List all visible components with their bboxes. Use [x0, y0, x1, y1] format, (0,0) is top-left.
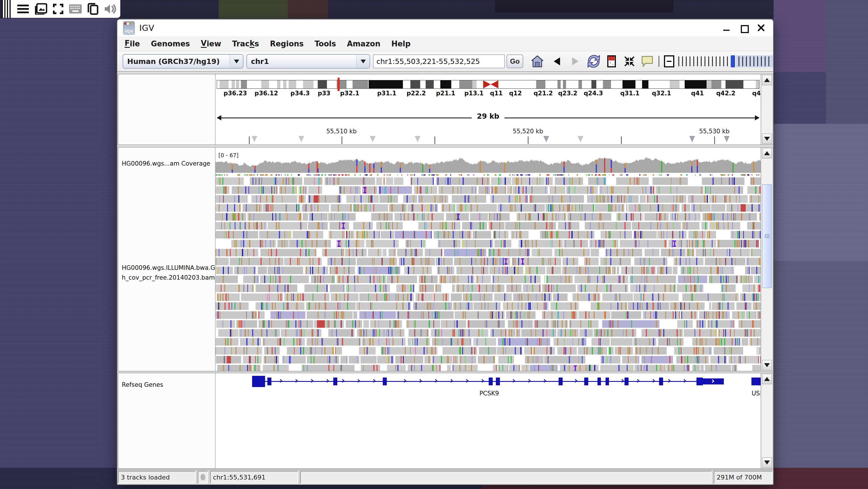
zoom-tick[interactable]	[686, 56, 687, 66]
go-button[interactable]: Go	[506, 54, 523, 68]
gene-exon[interactable]	[496, 378, 500, 385]
menu-icon[interactable]	[17, 3, 29, 15]
zoom-tick[interactable]	[705, 56, 705, 66]
menu-tools[interactable]: Tools	[309, 36, 341, 51]
fullscreen-icon[interactable]	[53, 3, 63, 15]
zoom-tick[interactable]	[697, 56, 698, 66]
menu-regions[interactable]: Regions	[265, 36, 309, 51]
chromosome-ideogram[interactable]	[217, 80, 760, 89]
zoom-slider-thumb[interactable]	[731, 55, 735, 67]
zoom-tick[interactable]	[746, 56, 747, 66]
menu-help[interactable]: Help	[386, 36, 416, 51]
alignment-track-name-line2[interactable]: h_cov_pcr_free.20140203.bam	[122, 274, 215, 281]
home-button[interactable]	[531, 54, 544, 68]
gene-exon[interactable]	[333, 378, 337, 385]
clipboard-copy-icon[interactable]	[88, 3, 98, 15]
zoom-tick[interactable]	[678, 56, 679, 66]
zoom-tick[interactable]	[693, 56, 694, 66]
gene-label[interactable]: PCSK9	[479, 390, 499, 397]
menu-file[interactable]: File	[119, 36, 145, 51]
scroll-down-icon[interactable]	[762, 360, 772, 370]
genome-select[interactable]: Human (GRCh37/hg19)	[123, 54, 244, 68]
gene-label[interactable]: USP24	[752, 390, 761, 397]
gene-exon[interactable]	[584, 378, 588, 385]
zoom-tick[interactable]	[682, 56, 683, 66]
gene-exon[interactable]	[559, 378, 563, 385]
locus-input[interactable]	[373, 54, 505, 68]
scrollbar-thumb[interactable]	[762, 184, 772, 288]
zoom-tick[interactable]	[727, 56, 728, 66]
alignment-panel-data[interactable]: [0 - 67]	[216, 147, 761, 371]
audio-icon[interactable]	[104, 3, 116, 15]
genes-panel-data[interactable]: PCSK9USP24	[216, 373, 761, 468]
zoom-tick[interactable]	[742, 56, 743, 66]
alignment-pileup-canvas[interactable]	[216, 147, 761, 371]
keyboard-icon[interactable]	[69, 3, 82, 15]
cytoband-label: p36.23	[224, 90, 247, 97]
zoom-tick[interactable]	[753, 56, 754, 66]
close-button[interactable]	[757, 24, 766, 32]
scroll-up-icon[interactable]	[762, 75, 772, 85]
forward-button[interactable]	[569, 54, 582, 68]
menu-tracks[interactable]: Tracks	[227, 36, 265, 51]
chromosome-select[interactable]: chr1	[246, 54, 370, 68]
chromosome-panel-data[interactable]: p36.23p36.12p34.3p33p32.1p31.1p22.2p21.1…	[216, 74, 761, 145]
zoom-slider[interactable]	[678, 54, 773, 68]
genes-track-name[interactable]: Refseq Genes	[122, 381, 163, 388]
menu-amazon[interactable]: Amazon	[341, 36, 386, 51]
zoom-tick[interactable]	[723, 56, 724, 66]
zoom-tick[interactable]	[716, 56, 717, 66]
gene-exon[interactable]	[383, 378, 387, 385]
maximize-button[interactable]	[740, 24, 748, 32]
coverage-track-name[interactable]: HG00096.wgs...am Coverage	[122, 160, 210, 167]
zoom-tick[interactable]	[757, 56, 758, 66]
gene-exon[interactable]	[267, 378, 271, 385]
gene-exon[interactable]	[597, 378, 601, 385]
zoom-tick[interactable]	[739, 56, 739, 66]
cytoband	[434, 80, 440, 88]
menu-view[interactable]: View	[195, 36, 227, 51]
scroll-down-icon[interactable]	[762, 134, 772, 144]
zoom-tick[interactable]	[761, 56, 762, 66]
cytoband	[232, 80, 235, 88]
zoom-tick[interactable]	[712, 56, 713, 66]
minimize-button[interactable]	[722, 24, 731, 32]
chevron-down-icon[interactable]	[356, 55, 370, 68]
tooltip-toggle-button[interactable]	[641, 54, 654, 68]
alignment-track-name-line1[interactable]: HG00096.wgs.ILLUMINA.bwa.G	[122, 264, 215, 271]
chromosome-panel-scrollbar[interactable]	[761, 74, 773, 145]
scroll-down-icon[interactable]	[762, 457, 772, 468]
fit-to-window-button[interactable]	[623, 54, 636, 68]
zoom-tick[interactable]	[708, 56, 709, 66]
zoom-tick[interactable]	[719, 56, 720, 66]
alignment-panel-scrollbar[interactable]	[761, 147, 773, 371]
scroll-up-icon[interactable]	[762, 148, 772, 159]
zoom-out-button[interactable]	[664, 55, 674, 67]
gene-exon[interactable]	[624, 378, 628, 385]
gene-exon[interactable]	[696, 378, 703, 385]
genes-panel-scrollbar[interactable]	[761, 373, 773, 468]
cytoband	[472, 80, 476, 88]
cytoband	[313, 80, 318, 88]
screenshot-icon[interactable]	[34, 3, 47, 15]
gene-exon[interactable]	[659, 378, 663, 385]
gene-exon[interactable]	[252, 376, 265, 387]
zoom-tick[interactable]	[750, 56, 751, 66]
chevron-down-icon[interactable]	[230, 55, 243, 68]
gene-exon[interactable]	[489, 378, 493, 385]
cytoband-label: p31.1	[377, 90, 396, 97]
zoom-tick[interactable]	[689, 56, 690, 66]
gene-exon[interactable]	[751, 378, 761, 385]
back-button[interactable]	[550, 54, 563, 68]
zoom-tick[interactable]	[701, 56, 702, 66]
cytoband	[536, 80, 546, 88]
menu-genomes[interactable]: Genomes	[145, 36, 195, 51]
scroll-up-icon[interactable]	[762, 374, 772, 384]
title-bar[interactable]: igv IGV	[117, 20, 773, 36]
define-region-button[interactable]	[605, 54, 618, 68]
drag-handle-icon[interactable]	[2, 0, 11, 18]
zoom-tick[interactable]	[768, 56, 769, 66]
gene-exon[interactable]	[606, 378, 609, 385]
zoom-tick[interactable]	[765, 56, 766, 66]
refresh-button[interactable]	[587, 54, 600, 68]
